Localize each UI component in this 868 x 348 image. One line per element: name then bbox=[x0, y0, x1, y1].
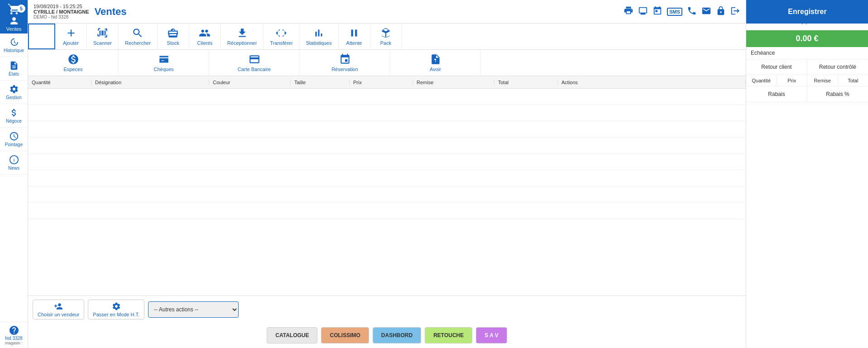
reservation-button[interactable]: Réservation bbox=[300, 50, 390, 76]
header-datetime: 19/08/2019 - 15:25:25 bbox=[34, 4, 89, 9]
retouche-button[interactable]: RETOUCHE bbox=[425, 327, 472, 343]
calendar-icon[interactable] bbox=[652, 6, 662, 17]
echeance: Echéance bbox=[746, 47, 868, 59]
toolbar2: Especes Chèques Carte Bancaire Réservati… bbox=[28, 50, 746, 76]
sidebar-item-negoce-label: Négoce bbox=[6, 119, 21, 124]
dashboard-button[interactable]: DASHBORD bbox=[373, 327, 421, 343]
sidebar-item-etats-label: Etats bbox=[9, 72, 19, 76]
cheques-label: Chèques bbox=[153, 67, 173, 72]
monitor-icon[interactable] bbox=[638, 6, 648, 17]
especes-button[interactable]: Especes bbox=[28, 50, 119, 76]
statistiques-button[interactable]: Statistiques bbox=[300, 24, 339, 49]
header-user: CYRILLE / MONTAIGNE bbox=[34, 9, 89, 14]
sms-icon[interactable]: SMS bbox=[667, 8, 682, 16]
rp-col-quantite: Quantité bbox=[746, 75, 777, 86]
rabais-button[interactable]: Rabais bbox=[746, 86, 807, 102]
header-demo: DEMO - hid 3328 bbox=[34, 14, 89, 19]
stock-button[interactable]: Stock bbox=[158, 24, 189, 49]
table-row bbox=[28, 203, 746, 219]
rp-col-total: Total bbox=[838, 75, 868, 86]
sidebar-item-historique[interactable]: Historique bbox=[0, 33, 28, 57]
retour-client-button[interactable]: Retour client bbox=[746, 59, 807, 75]
sidebar-item-etats[interactable]: Etats bbox=[0, 57, 28, 81]
lock-icon[interactable] bbox=[716, 6, 726, 17]
page-title: Ventes bbox=[95, 6, 624, 18]
avoir-button[interactable]: Avoir bbox=[390, 50, 481, 76]
rabais-row: Rabais Rabais % bbox=[746, 86, 868, 102]
bottom-actions: Choisir un vendeur Passer en Mode H.T. -… bbox=[28, 296, 746, 323]
cart-badge: 5 bbox=[17, 5, 25, 13]
rechercher-label: Rechercher bbox=[125, 40, 151, 46]
sidebar-item-historique-label: Historique bbox=[4, 48, 24, 53]
table-row bbox=[28, 89, 746, 105]
sidebar-item-gestion[interactable]: Gestion bbox=[0, 81, 28, 104]
right-panel: Fastmag Tél. +33 (0)183642000 0.00 € Ech… bbox=[746, 0, 868, 348]
toolbar1: Ajouter Scanner Rechercher Stock Clients… bbox=[28, 24, 746, 50]
sidebar-item-pointage[interactable]: Pointage bbox=[0, 128, 28, 151]
mode-ht-button[interactable]: Passer en Mode H.T. bbox=[88, 300, 144, 319]
quick-btns: CATALOGUE COLISSIMO DASHBORD RETOUCHE S … bbox=[28, 323, 746, 348]
print-icon[interactable] bbox=[623, 5, 633, 18]
sidebar-item-negoce[interactable]: Négoce bbox=[0, 104, 28, 128]
carte-bancaire-button[interactable]: Carte Bancaire bbox=[209, 50, 300, 76]
empty-tab-button[interactable] bbox=[28, 24, 55, 49]
especes-label: Especes bbox=[63, 67, 82, 72]
help-icon[interactable] bbox=[9, 325, 19, 336]
return-buttons-row: Retour client Retour contrôlé bbox=[746, 59, 868, 75]
th-total: Total bbox=[494, 80, 558, 85]
clients-label: Clients bbox=[197, 40, 213, 46]
table-header: Quantité Désignation Couleur Taille Prix… bbox=[28, 76, 746, 89]
colissimo-button[interactable]: COLISSIMO bbox=[321, 327, 369, 343]
sidebar-item-news[interactable]: i News bbox=[0, 151, 28, 175]
sav-button[interactable]: S A V bbox=[476, 327, 507, 343]
clients-button[interactable]: Clients bbox=[189, 24, 221, 49]
top-header: 19/08/2019 - 15:25:25 CYRILLE / MONTAIGN… bbox=[28, 0, 746, 24]
retour-controle-button[interactable]: Retour contrôlé bbox=[807, 59, 868, 75]
rechercher-button[interactable]: Rechercher bbox=[119, 24, 158, 49]
enregistrer-button[interactable]: Enregistrer bbox=[746, 0, 868, 24]
table-row bbox=[28, 121, 746, 138]
sidebar-item-gestion-label: Gestion bbox=[6, 95, 21, 100]
sidebar-magasin: magasin : bbox=[5, 341, 23, 345]
avoir-label: Avoir bbox=[430, 67, 441, 72]
rp-col-prix: Prix bbox=[777, 75, 808, 86]
person-icon bbox=[10, 16, 19, 25]
phone-icon[interactable] bbox=[687, 6, 697, 17]
svg-text:i: i bbox=[13, 158, 14, 162]
table-row bbox=[28, 138, 746, 154]
vente-label[interactable]: Ventes bbox=[6, 26, 22, 32]
ajouter-label: Ajouter bbox=[63, 40, 79, 46]
main-content: 19/08/2019 - 15:25:25 CYRILLE / MONTAIGN… bbox=[28, 0, 746, 348]
pack-button[interactable]: Pack bbox=[370, 24, 402, 49]
th-prix: Prix bbox=[350, 80, 413, 85]
sidebar-hid: hid 3328 bbox=[5, 336, 22, 341]
table-row bbox=[28, 154, 746, 170]
scanner-label: Scanner bbox=[93, 40, 112, 46]
th-taille: Taille bbox=[291, 80, 350, 85]
receptionner-button[interactable]: Réceptionner bbox=[221, 24, 264, 49]
attente-button[interactable]: Attente bbox=[339, 24, 370, 49]
ajouter-button[interactable]: Ajouter bbox=[55, 24, 87, 49]
scanner-button[interactable]: Scanner bbox=[87, 24, 119, 49]
sidebar-bottom: hid 3328 magasin : bbox=[0, 322, 28, 348]
autres-actions-select[interactable]: -- Autres actions -- bbox=[148, 301, 239, 318]
table-row bbox=[28, 105, 746, 121]
choisir-vendeur-button[interactable]: Choisir un vendeur bbox=[33, 300, 84, 319]
transferer-button[interactable]: Transférer bbox=[264, 24, 299, 49]
choisir-vendeur-label: Choisir un vendeur bbox=[38, 312, 79, 317]
mode-ht-label: Passer en Mode H.T. bbox=[93, 312, 139, 317]
transferer-label: Transférer bbox=[270, 40, 293, 46]
email-icon[interactable] bbox=[701, 6, 711, 17]
total-display: 0.00 € bbox=[746, 30, 868, 47]
table-body bbox=[28, 89, 746, 296]
table-row bbox=[28, 170, 746, 186]
statistiques-label: Statistiques bbox=[306, 40, 332, 46]
cheques-button[interactable]: Chèques bbox=[119, 50, 209, 76]
pack-label: Pack bbox=[380, 40, 391, 46]
rp-col-remise: Remise bbox=[807, 75, 838, 86]
header-icons: SMS bbox=[623, 5, 740, 18]
rabais-pct-button[interactable]: Rabais % bbox=[807, 86, 868, 102]
th-quantite: Quantité bbox=[28, 80, 91, 85]
catalogue-button[interactable]: CATALOGUE bbox=[267, 327, 317, 343]
logout-icon[interactable] bbox=[730, 6, 740, 17]
